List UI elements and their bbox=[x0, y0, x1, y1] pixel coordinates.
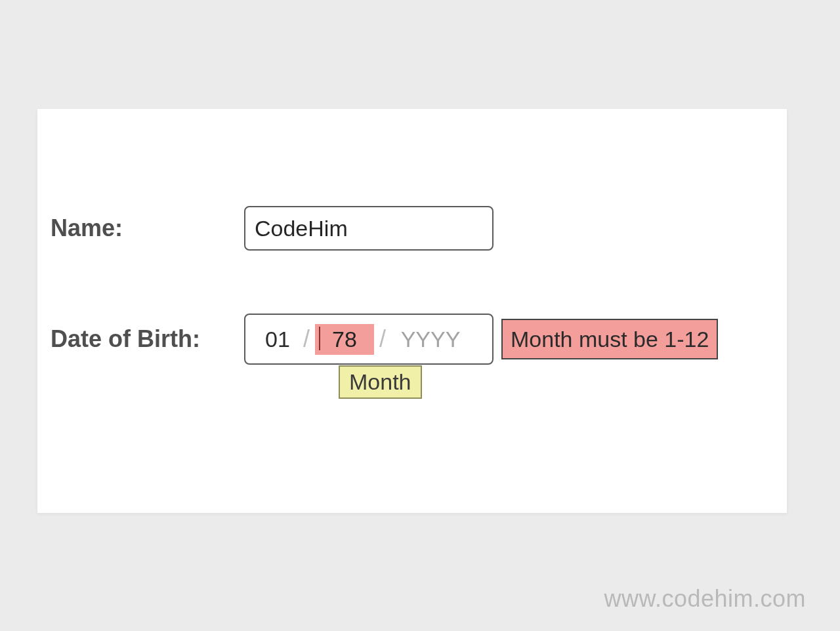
dob-day-segment[interactable]: 01 bbox=[257, 327, 298, 352]
form-card: Name: Date of Birth: 01 / 78 / YYYY Mont… bbox=[37, 109, 787, 513]
text-caret-icon bbox=[319, 327, 320, 350]
dob-separator-1: / bbox=[298, 325, 315, 353]
watermark-text: www.codehim.com bbox=[604, 585, 806, 613]
dob-row: Date of Birth: 01 / 78 / YYYY Month must… bbox=[51, 314, 718, 365]
dob-month-value: 78 bbox=[332, 327, 357, 352]
dob-label: Date of Birth: bbox=[51, 325, 244, 353]
dob-input[interactable]: 01 / 78 / YYYY bbox=[244, 314, 494, 365]
name-label: Name: bbox=[51, 214, 244, 242]
dob-error-badge: Month must be 1-12 bbox=[501, 319, 718, 359]
dob-separator-2: / bbox=[374, 325, 391, 353]
name-row: Name: bbox=[51, 206, 494, 251]
dob-year-segment[interactable]: YYYY bbox=[391, 327, 470, 352]
name-input[interactable] bbox=[244, 206, 494, 251]
dob-month-segment[interactable]: 78 bbox=[315, 324, 374, 355]
dob-hint-tooltip: Month bbox=[339, 365, 422, 399]
